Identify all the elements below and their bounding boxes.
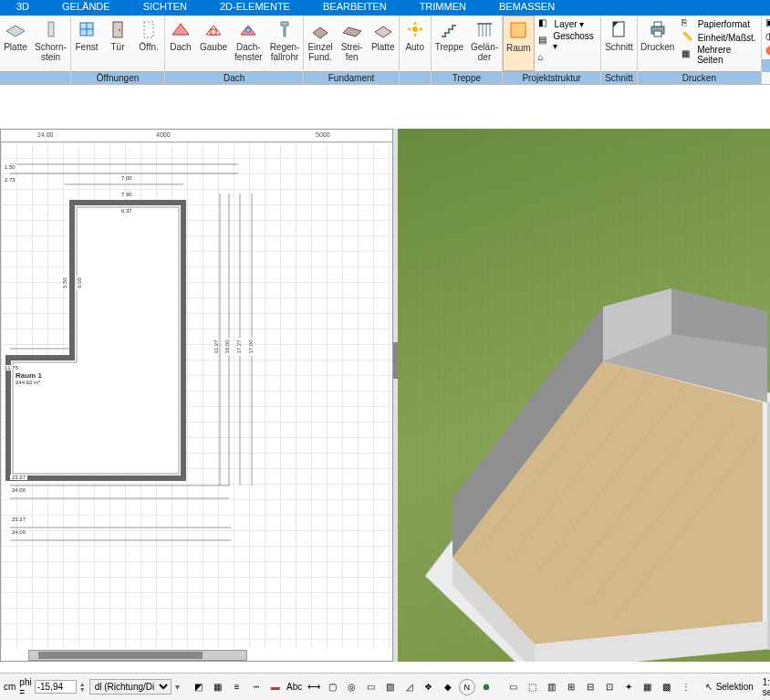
stepper-icon[interactable]: ▲▼ (79, 682, 86, 693)
view-star-icon[interactable]: ✦ (620, 679, 637, 695)
svg-rect-5 (113, 22, 122, 37)
overflow-r[interactable]: ▣R (765, 17, 770, 30)
slab-button[interactable]: Platte (0, 16, 31, 71)
menu-edit[interactable]: BEARBEITEN (307, 0, 403, 16)
view-grid4-icon[interactable]: ▩ (659, 679, 675, 695)
view-cursor-icon[interactable]: ↖ (705, 682, 713, 692)
strip-foundation-button[interactable]: Strei- fen (337, 16, 368, 71)
overflow-p-icon: ⬤ (765, 45, 770, 57)
railing-label: Gelän- der (471, 42, 498, 62)
horizontal-scrollbar[interactable] (28, 650, 247, 661)
tool-dim-icon[interactable]: ⟷ (306, 679, 322, 695)
scrollbar-thumb[interactable] (38, 652, 203, 659)
phi-input[interactable] (35, 680, 77, 694)
tool-color-icon[interactable]: ▬ (267, 679, 284, 695)
view-grid2-icon[interactable]: ⊟ (582, 679, 598, 695)
menu-dimension[interactable]: BEMASSEN (483, 0, 571, 16)
menu-views[interactable]: SICHTEN (127, 0, 203, 16)
view-grid3-icon[interactable]: ▦ (640, 679, 656, 695)
dim-label: 11.75 (3, 365, 20, 371)
view-section-icon[interactable]: ▥ (544, 679, 560, 695)
tool-lines-icon[interactable]: ≡ (229, 679, 245, 695)
dim-label: 5.50 (62, 276, 68, 290)
svg-rect-7 (144, 22, 153, 37)
single-foundation-label: Einzel Fund. (307, 42, 332, 62)
window-label: Fenst (76, 42, 99, 52)
view-plan-icon[interactable]: ▭ (505, 679, 522, 695)
roof-label: Dach (170, 42, 191, 52)
pages-button[interactable]: ▦Mehrere Seiten (682, 45, 757, 65)
tool-n-icon[interactable]: N (459, 679, 475, 695)
room-name-text: Raum 1 (16, 371, 42, 380)
door-button[interactable]: Tür (102, 16, 133, 71)
view-dots-icon[interactable]: ⋮ (678, 679, 694, 695)
selection-label: Selektion (716, 682, 754, 692)
tool-frame-icon[interactable]: ▢ (325, 679, 341, 695)
tool-diamond-icon[interactable]: ◆ (440, 679, 456, 695)
overflow-mini: ▣R ◑B ⬤P (762, 16, 770, 59)
units-button[interactable]: 📏Einheit/Maßst. (682, 31, 757, 44)
svg-marker-14 (343, 27, 361, 37)
window-button[interactable]: Fenst (71, 16, 102, 71)
ribbon-group-auto-label (400, 71, 431, 84)
tool-select-icon[interactable]: ▭ (363, 679, 380, 695)
skylight-button[interactable]: Dach- fenster (231, 16, 266, 71)
dropdown-icon[interactable]: ▾ (175, 682, 180, 692)
auto-button[interactable]: Auto (400, 16, 431, 71)
overflow-b-icon: ◑ (765, 31, 770, 44)
menu-trim[interactable]: TRIMMEN (403, 0, 483, 16)
view-snap-icon[interactable]: ⊡ (601, 679, 618, 695)
stairs-label: Treppe (435, 42, 463, 52)
svg-point-16 (412, 26, 418, 32)
tool-layer-icon[interactable]: ◩ (191, 679, 207, 695)
3d-viewport[interactable] (398, 129, 770, 662)
overflow-r-icon: ▣ (765, 17, 770, 30)
ribbon-group-foundation-label: Fundament (304, 71, 398, 84)
opening-button[interactable]: Öffn. (133, 16, 164, 71)
tool-fill-icon[interactable]: ▦ (210, 679, 226, 695)
building-dropdown[interactable]: ⌂ (538, 52, 598, 65)
section-button[interactable]: Schnitt (601, 16, 637, 71)
tool-angle-icon[interactable]: ◿ (401, 679, 418, 695)
tool-target-icon[interactable]: ◎ (344, 679, 360, 695)
door-icon (107, 18, 129, 40)
tool-multi-icon[interactable]: ❖ (421, 679, 437, 695)
paperformat-button[interactable]: ⎘Papierformat (682, 17, 757, 30)
ribbon-group-slab-label (0, 71, 70, 84)
single-foundation-button[interactable]: Einzel Fund. (304, 16, 336, 71)
railing-button[interactable]: Gelän- der (467, 16, 502, 71)
downpipe-button[interactable]: Regen- fallrohr (266, 16, 304, 71)
ribbon-group-openings-label: Öffnungen (71, 71, 164, 84)
dormer-button[interactable]: Gaube (196, 16, 231, 71)
print-button[interactable]: Drucken (638, 16, 678, 71)
room-button[interactable]: Raum (503, 16, 535, 71)
layer-dropdown[interactable]: ◧Layer ▾ (538, 17, 598, 30)
work-area: 24.00 4000 5000 (0, 85, 770, 673)
menu-terrain[interactable]: GELÄNDE (46, 0, 127, 16)
menu-2d-elements[interactable]: 2D-ELEMENTE (203, 0, 307, 16)
slab-foundation-button[interactable]: Platte (368, 16, 399, 71)
auto-icon (404, 18, 426, 40)
roof-button[interactable]: Dach (165, 16, 196, 71)
floorplan-viewport[interactable]: 24.00 4000 5000 (0, 129, 393, 662)
view-3d-icon[interactable]: ⬚ (525, 679, 541, 695)
menu-3d[interactable]: 3D (0, 0, 46, 16)
stairs-button[interactable]: Treppe (432, 16, 467, 71)
mode-select[interactable]: dl (Richtung/Di (89, 679, 172, 695)
slab-label: Platte (4, 42, 27, 52)
overflow-p[interactable]: ⬤P (765, 45, 770, 57)
tool-dash-icon[interactable]: ┉ (248, 679, 265, 695)
view-grid1-icon[interactable]: ⊞ (563, 679, 579, 695)
overflow-b[interactable]: ◑B (765, 31, 770, 44)
storey-dropdown[interactable]: ▤Geschoss ▾ (538, 31, 598, 51)
ratio-label: 1:1 sel (763, 677, 770, 697)
tool-hatch-icon[interactable]: ▨ (382, 679, 399, 695)
chimney-button[interactable]: Schorn- stein (31, 16, 70, 71)
status-bar: cm phi = ▲▼ dl (Richtung/Di ▾ ◩ ▦ ≡ ┉ ▬ … (0, 673, 770, 700)
units-label: Einheit/Maßst. (698, 33, 756, 43)
paperformat-label: Papierformat (698, 19, 750, 29)
tool-text-icon[interactable]: Abc (286, 679, 303, 695)
dim-label: 1.50 (3, 164, 17, 170)
layer-label: Layer ▾ (555, 19, 585, 29)
tool-check-icon[interactable]: ⏺ (478, 679, 494, 695)
